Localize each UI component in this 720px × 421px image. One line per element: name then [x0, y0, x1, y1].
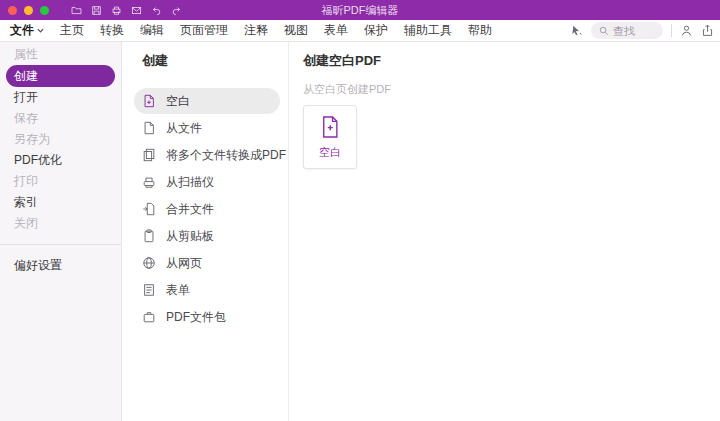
- create-panel: 创建 空白 从文件 将多个文件转换成PDF 从扫描仪 合并文件: [122, 42, 289, 421]
- create-option-form[interactable]: 表单: [134, 277, 280, 303]
- blank-pdf-card[interactable]: 空白: [303, 105, 357, 169]
- blank-doc-icon: [320, 115, 340, 139]
- share-icon[interactable]: [701, 24, 714, 37]
- menubar-divider: [671, 24, 672, 37]
- menubar: 文件 主页 转换 编辑 页面管理 注释 视图 表单 保护 辅助工具 帮助: [0, 20, 720, 42]
- close-window-button[interactable]: [8, 6, 17, 15]
- create-option-multiple-files[interactable]: 将多个文件转换成PDF: [134, 142, 280, 168]
- portfolio-icon: [142, 310, 156, 324]
- clipboard-icon: [142, 229, 156, 243]
- chevron-down-icon: [37, 27, 44, 34]
- create-option-from-clipboard[interactable]: 从剪贴板: [134, 223, 280, 249]
- backstage-view: 属性 创建 打开 保存 另存为 PDF优化 打印 索引 关闭 偏好设置 创建 空…: [0, 42, 720, 421]
- sidebar-item-save: 保存: [0, 108, 121, 129]
- detail-panel-title: 创建空白PDF: [303, 52, 720, 70]
- create-option-from-scanner[interactable]: 从扫描仪: [134, 169, 280, 195]
- sidebar-item-preferences[interactable]: 偏好设置: [0, 255, 121, 276]
- sidebar-item-open[interactable]: 打开: [0, 87, 121, 108]
- file-sidebar: 属性 创建 打开 保存 另存为 PDF优化 打印 索引 关闭 偏好设置: [0, 42, 122, 421]
- undo-icon[interactable]: [151, 5, 162, 16]
- menu-edit[interactable]: 编辑: [140, 22, 164, 39]
- blank-doc-icon: [142, 94, 156, 108]
- menu-view[interactable]: 视图: [284, 22, 308, 39]
- from-file-icon: [142, 121, 156, 135]
- account-icon[interactable]: [680, 24, 693, 37]
- titlebar: 福昕PDF编辑器: [0, 0, 720, 20]
- window-title: 福昕PDF编辑器: [322, 3, 399, 18]
- menu-page-organize[interactable]: 页面管理: [180, 22, 228, 39]
- blank-pdf-card-label: 空白: [319, 145, 341, 160]
- form-icon: [142, 283, 156, 297]
- sidebar-item-create[interactable]: 创建: [6, 65, 115, 87]
- detail-panel: 创建空白PDF 从空白页创建PDF 空白: [289, 42, 720, 421]
- create-option-from-web-page[interactable]: 从网页: [134, 250, 280, 276]
- redo-icon[interactable]: [171, 5, 182, 16]
- create-option-blank[interactable]: 空白: [134, 88, 280, 114]
- mail-icon[interactable]: [131, 5, 142, 16]
- web-page-icon: [142, 256, 156, 270]
- zoom-window-button[interactable]: [40, 6, 49, 15]
- menu-convert[interactable]: 转换: [100, 22, 124, 39]
- multi-file-icon: [142, 148, 156, 162]
- search-box[interactable]: [591, 22, 663, 39]
- save-icon[interactable]: [91, 5, 102, 16]
- menu-help[interactable]: 帮助: [468, 22, 492, 39]
- menu-accessibility[interactable]: 辅助工具: [404, 22, 452, 39]
- sidebar-item-pdf-optimize[interactable]: PDF优化: [0, 150, 121, 171]
- search-icon: [599, 26, 609, 36]
- create-panel-title: 创建: [142, 52, 288, 70]
- menu-home[interactable]: 主页: [60, 22, 84, 39]
- scanner-icon: [142, 175, 156, 189]
- create-option-from-file[interactable]: 从文件: [134, 115, 280, 141]
- create-option-pdf-portfolio[interactable]: PDF文件包: [134, 304, 280, 330]
- detail-panel-subtitle: 从空白页创建PDF: [303, 82, 720, 97]
- create-options-list: 空白 从文件 将多个文件转换成PDF 从扫描仪 合并文件 从剪贴板: [122, 88, 288, 330]
- window-controls: [8, 6, 49, 15]
- sidebar-item-index[interactable]: 索引: [0, 192, 121, 213]
- sidebar-item-properties: 属性: [0, 44, 121, 65]
- sidebar-divider: [0, 244, 121, 245]
- sidebar-item-print: 打印: [0, 171, 121, 192]
- select-tool-dropdown-icon[interactable]: [570, 24, 583, 37]
- sidebar-item-close: 关闭: [0, 213, 121, 234]
- minimize-window-button[interactable]: [24, 6, 33, 15]
- menu-form[interactable]: 表单: [324, 22, 348, 39]
- menu-protect[interactable]: 保护: [364, 22, 388, 39]
- menu-comment[interactable]: 注释: [244, 22, 268, 39]
- print-icon[interactable]: [111, 5, 122, 16]
- combine-files-icon: [142, 202, 156, 216]
- search-input[interactable]: [613, 25, 655, 37]
- menu-file[interactable]: 文件: [10, 22, 44, 39]
- create-option-combine-files[interactable]: 合并文件: [134, 196, 280, 222]
- sidebar-item-save-as: 另存为: [0, 129, 121, 150]
- open-icon[interactable]: [71, 5, 82, 16]
